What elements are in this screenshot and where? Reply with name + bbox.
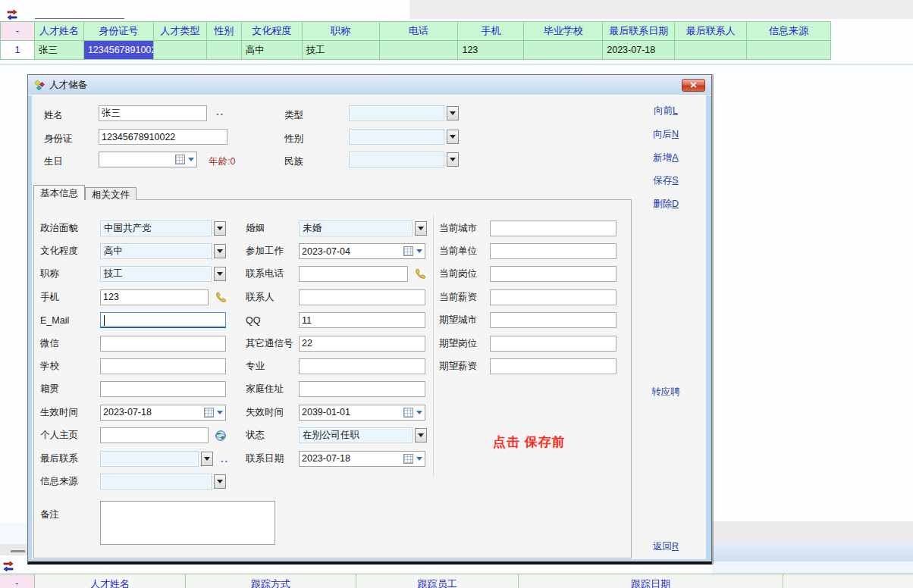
id-card-input[interactable] bbox=[99, 129, 227, 145]
current-company-input[interactable] bbox=[490, 243, 617, 259]
cell-type[interactable] bbox=[154, 41, 207, 60]
effective-date-picker[interactable]: 2023-07-18 bbox=[100, 405, 226, 421]
chevron-down-icon[interactable] bbox=[415, 221, 427, 236]
browse-dots-button[interactable]: .. bbox=[216, 106, 224, 117]
chevron-down-icon[interactable] bbox=[447, 106, 459, 120]
cell-last-contact-date[interactable]: 2023-07-18 bbox=[603, 41, 675, 60]
column-header[interactable]: 信息来源 bbox=[747, 22, 831, 41]
homepage-input[interactable] bbox=[100, 427, 209, 443]
column-header[interactable]: 电话 bbox=[380, 22, 459, 41]
column-header[interactable]: 性别 bbox=[207, 22, 242, 41]
delete-button[interactable]: 删除D bbox=[631, 198, 701, 211]
chevron-down-icon[interactable] bbox=[214, 267, 226, 281]
expected-post-input[interactable] bbox=[490, 336, 617, 352]
id-card-label: 身份证 bbox=[44, 133, 73, 145]
row-index-cell[interactable]: 1 bbox=[1, 41, 35, 60]
expiry-date-picker[interactable]: 2039-01-01 bbox=[299, 405, 425, 421]
cell-phone[interactable] bbox=[380, 41, 459, 60]
cell-last-contact-person[interactable] bbox=[675, 41, 747, 60]
add-button[interactable]: 新增A bbox=[631, 152, 701, 164]
marital-select[interactable]: 未婚 bbox=[299, 220, 413, 236]
column-header[interactable]: 人才姓名 bbox=[35, 22, 84, 41]
name-input[interactable] bbox=[99, 105, 207, 121]
expected-salary-input[interactable] bbox=[490, 358, 617, 374]
column-header[interactable]: 跟踪日期 bbox=[519, 574, 783, 588]
home-address-input[interactable] bbox=[299, 381, 425, 397]
info-source-select[interactable] bbox=[100, 474, 212, 489]
wechat-input[interactable] bbox=[100, 336, 226, 352]
dialog-titlebar[interactable]: 人才储备 bbox=[28, 75, 711, 95]
field-label: 失效时间 bbox=[246, 406, 299, 419]
cell-name[interactable]: 张三 bbox=[35, 41, 84, 60]
column-header[interactable]: 跟踪员工 bbox=[356, 574, 519, 588]
ethnic-select[interactable] bbox=[349, 152, 444, 167]
globe-icon[interactable] bbox=[215, 430, 227, 442]
contact-date-picker[interactable]: 2023-07-18 bbox=[299, 451, 425, 467]
phone-icon[interactable] bbox=[215, 291, 227, 304]
birthday-date-picker[interactable] bbox=[99, 152, 197, 167]
column-header[interactable]: 跟踪方式 bbox=[186, 574, 356, 588]
current-post-input[interactable] bbox=[490, 266, 617, 282]
status-select[interactable]: 在别公司任职 bbox=[299, 427, 413, 443]
splitter-handle[interactable] bbox=[11, 550, 25, 552]
chevron-down-icon[interactable] bbox=[214, 474, 226, 489]
to-application-button[interactable]: 转应聘 bbox=[631, 386, 701, 399]
phone-icon[interactable] bbox=[414, 267, 427, 280]
save-button[interactable]: 保存S bbox=[631, 174, 701, 187]
chevron-down-icon[interactable] bbox=[201, 452, 213, 466]
political-status-select[interactable]: 中国共产党 bbox=[100, 220, 212, 236]
column-header[interactable]: - bbox=[1, 22, 35, 41]
next-button[interactable]: 向后N bbox=[631, 128, 701, 141]
cell-education[interactable]: 高中 bbox=[242, 41, 303, 60]
other-im-input[interactable] bbox=[299, 336, 425, 352]
major-input[interactable] bbox=[299, 358, 425, 374]
tab-related-files[interactable]: 相关文件 bbox=[85, 187, 136, 200]
school-input[interactable] bbox=[100, 358, 226, 374]
education-select[interactable]: 高中 bbox=[100, 243, 212, 259]
column-header[interactable] bbox=[783, 574, 913, 588]
chevron-down-icon[interactable] bbox=[415, 428, 427, 443]
contact-phone-input[interactable] bbox=[299, 266, 408, 282]
column-header[interactable]: 最后联系人 bbox=[675, 22, 747, 41]
expected-city-input[interactable] bbox=[490, 312, 617, 328]
column-header[interactable]: 最后联系日期 bbox=[603, 22, 675, 41]
column-header[interactable]: 毕业学校 bbox=[524, 22, 603, 41]
cell-gender[interactable] bbox=[207, 41, 242, 60]
column-header[interactable]: 文化程度 bbox=[242, 22, 303, 41]
tab-basic-info[interactable]: 基本信息 bbox=[33, 185, 85, 200]
chevron-down-icon[interactable] bbox=[214, 221, 226, 236]
column-header[interactable]: 人才类型 bbox=[154, 22, 207, 41]
chevron-down-icon[interactable] bbox=[214, 244, 226, 258]
cell-title[interactable]: 技工 bbox=[303, 41, 380, 60]
field-label: 当前城市 bbox=[439, 222, 490, 235]
gender-select[interactable] bbox=[349, 129, 444, 145]
column-header[interactable]: 职称 bbox=[303, 22, 380, 41]
remark-textarea[interactable] bbox=[100, 501, 275, 545]
current-salary-input[interactable] bbox=[490, 289, 617, 305]
type-select[interactable] bbox=[349, 105, 444, 121]
dialog-title: 人才储备 bbox=[49, 79, 87, 92]
work-start-date-picker[interactable]: 2023-07-04 bbox=[299, 243, 425, 259]
current-city-input[interactable] bbox=[490, 220, 617, 236]
mobile-input[interactable] bbox=[100, 289, 209, 305]
contact-person-input[interactable] bbox=[299, 289, 425, 305]
cell-mobile[interactable]: 123 bbox=[458, 41, 524, 60]
email-input[interactable] bbox=[100, 312, 226, 328]
native-place-input[interactable] bbox=[100, 381, 226, 397]
column-header[interactable]: 身份证号 bbox=[84, 22, 154, 41]
cell-id-selected[interactable]: 12345678910022 bbox=[84, 41, 154, 60]
return-button[interactable]: 返回R bbox=[631, 540, 701, 553]
chevron-down-icon[interactable] bbox=[447, 130, 459, 144]
qq-input[interactable] bbox=[299, 312, 425, 328]
cell-school[interactable] bbox=[524, 41, 603, 60]
column-header[interactable]: - bbox=[0, 574, 35, 588]
last-contact-select[interactable] bbox=[100, 451, 199, 467]
column-header[interactable]: 手机 bbox=[458, 22, 524, 41]
chevron-down-icon[interactable] bbox=[447, 152, 459, 167]
column-header[interactable]: 人才姓名 bbox=[35, 574, 186, 588]
cell-info-source[interactable] bbox=[747, 41, 831, 60]
close-button[interactable] bbox=[682, 79, 705, 92]
browse-dots-button[interactable]: .. bbox=[221, 453, 229, 464]
prev-button[interactable]: 向前L bbox=[631, 105, 701, 117]
title-select[interactable]: 技工 bbox=[100, 266, 212, 282]
